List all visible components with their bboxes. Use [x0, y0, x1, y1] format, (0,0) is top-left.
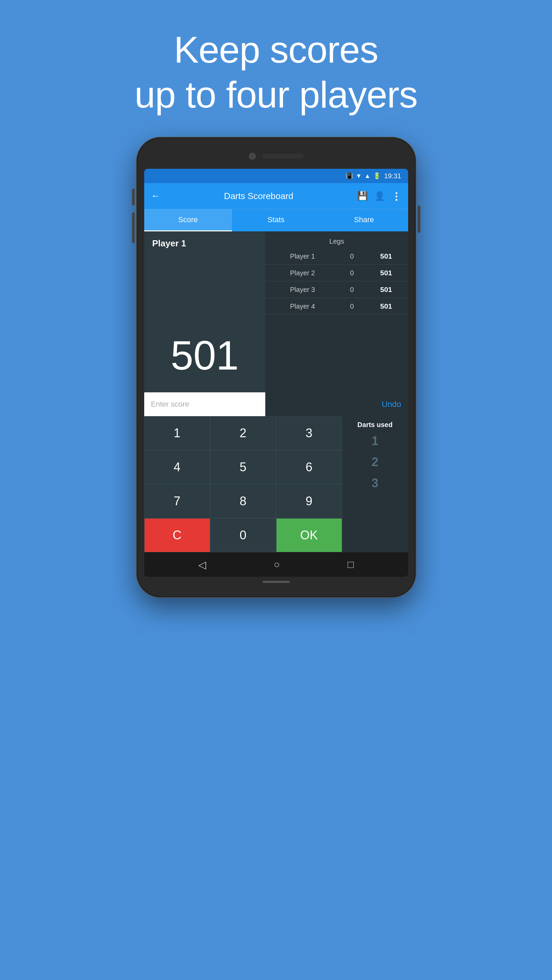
key-8[interactable]: 8: [210, 484, 276, 518]
battery-icon: 🔋: [373, 172, 381, 180]
player2-legs: 0: [339, 265, 364, 282]
player3-legs: 0: [339, 282, 364, 298]
app-title: Darts Scoreboard: [167, 191, 350, 202]
hero-line1: Keep scores: [135, 27, 418, 72]
score-table-section: Legs Player 1 0 501 Player 2 0 501: [265, 231, 408, 318]
screen: 📳 ▼ ▲ 🔋 19:31 ← Darts Scoreboard 💾 👤 ⋮ S…: [144, 169, 408, 577]
phone-top: [144, 148, 408, 165]
app-bar: ← Darts Scoreboard 💾 👤 ⋮: [144, 183, 408, 209]
keypad-row-3: 7 8 9: [144, 484, 342, 518]
player4-name: Player 4: [265, 298, 339, 315]
keypad-row-2: 4 5 6: [144, 450, 342, 484]
key-ok[interactable]: OK: [276, 518, 342, 552]
keypad-area: 1 2 3 4 5 6 7 8 9 C: [144, 416, 408, 552]
right-panel: [265, 318, 408, 392]
keypad-main: 1 2 3 4 5 6 7 8 9 C: [144, 416, 342, 552]
key-5[interactable]: 5: [210, 450, 276, 484]
power-button: [418, 205, 420, 233]
nav-home-button[interactable]: ○: [274, 559, 280, 570]
player4-score: 501: [364, 298, 408, 315]
table-row: Player 2 0 501: [265, 265, 408, 282]
wifi-icon: ▼: [356, 172, 362, 180]
key-6[interactable]: 6: [276, 450, 342, 484]
darts-used-panel: Darts used 1 2 3: [342, 416, 408, 552]
current-player-name: Player 1: [152, 238, 257, 249]
darts-used-header: Darts used: [342, 416, 408, 430]
hero-text: Keep scores up to four players: [135, 27, 418, 117]
nav-recents-button[interactable]: □: [347, 559, 354, 570]
player1-score: 501: [364, 248, 408, 265]
signal-icon: ▲: [365, 172, 371, 180]
player3-name: Player 3: [265, 282, 339, 298]
key-9[interactable]: 9: [276, 484, 342, 518]
volume-up-button: [132, 189, 135, 205]
table-row: Player 4 0 501: [265, 298, 408, 315]
player2-score: 501: [364, 265, 408, 282]
key-3[interactable]: 3: [276, 416, 342, 450]
tab-stats[interactable]: Stats: [232, 209, 320, 231]
tab-share[interactable]: Share: [320, 209, 408, 231]
darts-used-numbers: 1 2 3: [342, 430, 408, 552]
key-2[interactable]: 2: [210, 416, 276, 450]
player1-legs: 0: [339, 248, 364, 265]
nav-bar: ◁ ○ □: [144, 552, 408, 577]
score-input-field[interactable]: Enter score: [144, 392, 266, 416]
earpiece: [263, 154, 303, 159]
score-table: Player 1 0 501 Player 2 0 501 Player 3 0: [265, 248, 408, 315]
dart-3[interactable]: 3: [342, 473, 408, 494]
vibrate-icon: 📳: [346, 172, 353, 180]
big-score-display: 501: [144, 318, 266, 392]
key-4[interactable]: 4: [144, 450, 210, 484]
app-bar-icons: 💾 👤 ⋮: [357, 190, 401, 202]
current-score: 501: [171, 332, 239, 379]
front-camera: [249, 153, 256, 159]
save-button[interactable]: 💾: [357, 191, 368, 202]
dart-2[interactable]: 2: [342, 452, 408, 473]
player-header: Player 1 Legs Player 1 0 501 Player 2 0: [144, 231, 408, 318]
status-icons: 📳 ▼ ▲ 🔋: [346, 172, 381, 180]
player1-name: Player 1: [265, 248, 339, 265]
player4-legs: 0: [339, 298, 364, 315]
big-score-area: 501: [144, 318, 408, 392]
current-player-section: Player 1: [144, 231, 266, 318]
tab-score[interactable]: Score: [144, 209, 232, 231]
account-button[interactable]: 👤: [374, 191, 385, 202]
player3-score: 501: [364, 282, 408, 298]
score-input-row: Enter score Undo: [144, 392, 408, 416]
key-7[interactable]: 7: [144, 484, 210, 518]
dart-1[interactable]: 1: [342, 430, 408, 452]
legs-header: Legs: [265, 235, 408, 248]
nav-back-button[interactable]: ◁: [198, 559, 206, 571]
key-1[interactable]: 1: [144, 416, 210, 450]
status-bar: 📳 ▼ ▲ 🔋 19:31: [144, 169, 408, 183]
player2-name: Player 2: [265, 265, 339, 282]
table-row: Player 3 0 501: [265, 282, 408, 298]
keypad-row-1: 1 2 3: [144, 416, 342, 450]
home-indicator: [263, 581, 290, 583]
back-button[interactable]: ←: [151, 191, 160, 202]
key-clear[interactable]: C: [144, 518, 210, 552]
hero-line2: up to four players: [135, 72, 418, 117]
undo-section: Undo: [265, 399, 408, 409]
score-input-placeholder: Enter score: [151, 400, 189, 409]
status-time: 19:31: [384, 172, 401, 180]
key-0[interactable]: 0: [210, 518, 276, 552]
more-options-button[interactable]: ⋮: [391, 190, 401, 202]
volume-down-button: [132, 212, 135, 243]
undo-button[interactable]: Undo: [382, 399, 401, 409]
tabs: Score Stats Share: [144, 209, 408, 231]
phone-frame: 📳 ▼ ▲ 🔋 19:31 ← Darts Scoreboard 💾 👤 ⋮ S…: [137, 137, 416, 597]
keypad-row-4: C 0 OK: [144, 518, 342, 552]
table-row: Player 1 0 501: [265, 248, 408, 265]
phone-bottom: [144, 577, 408, 587]
